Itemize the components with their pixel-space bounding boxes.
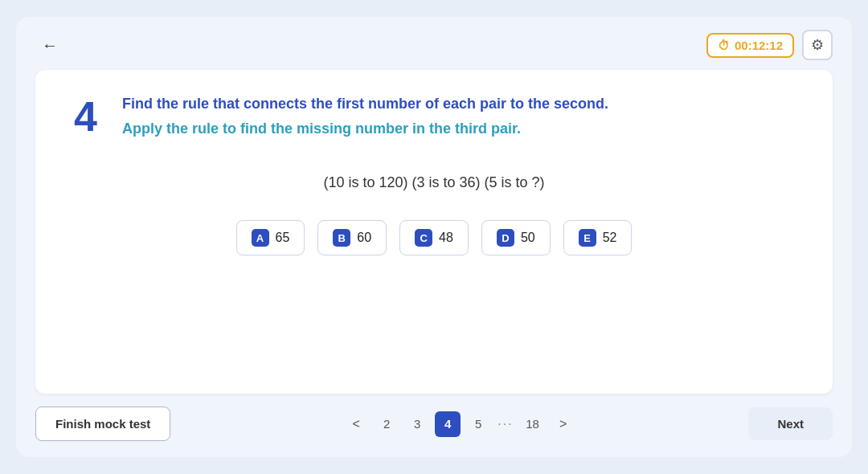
option-label-d: D [497, 229, 514, 247]
question-body: (10 is to 120) (3 is to 36) (5 is to ?) [74, 174, 794, 191]
content-card: 4 Find the rule that connects the first … [35, 70, 833, 394]
option-e[interactable]: E 52 [563, 220, 633, 255]
answer-options: A 65 B 60 C 48 D 50 E 52 [74, 220, 794, 255]
option-label-a: A [252, 229, 269, 247]
question-formula: (10 is to 120) (3 is to 36) (5 is to ?) [74, 174, 794, 191]
option-value-d: 50 [521, 231, 535, 245]
top-right-controls: ⏱ 00:12:12 ⚙ [706, 30, 833, 60]
next-page-button[interactable]: > [551, 411, 576, 437]
question-line2: Apply the rule to find the missing numbe… [122, 121, 608, 137]
timer-badge: ⏱ 00:12:12 [706, 33, 794, 58]
pagination: < 2345···18> [343, 411, 575, 437]
option-value-e: 52 [603, 231, 617, 245]
option-b[interactable]: B 60 [317, 220, 387, 255]
settings-button[interactable]: ⚙ [802, 30, 833, 60]
question-header: 4 Find the rule that connects the first … [74, 96, 794, 137]
page-5-button[interactable]: 5 [465, 411, 491, 437]
page-2-button[interactable]: 2 [374, 411, 399, 437]
option-label-b: B [333, 229, 350, 247]
option-value-b: 60 [357, 231, 371, 245]
option-a[interactable]: A 65 [236, 220, 305, 255]
bottom-nav: Finish mock test < 2345···18> Next [16, 407, 852, 457]
page-3-button[interactable]: 3 [404, 411, 430, 437]
question-line1: Find the rule that connects the first nu… [122, 96, 608, 112]
back-button[interactable]: ← [35, 33, 64, 58]
page-18-button[interactable]: 18 [520, 411, 546, 437]
next-button[interactable]: Next [748, 407, 833, 440]
timer-value: 00:12:12 [735, 39, 783, 52]
option-value-c: 48 [439, 231, 453, 245]
question-text: Find the rule that connects the first nu… [122, 96, 608, 137]
option-d[interactable]: D 50 [481, 220, 551, 255]
option-label-c: C [415, 229, 432, 247]
option-value-a: 65 [276, 231, 290, 245]
settings-icon: ⚙ [811, 36, 824, 54]
pagination-dots: ··· [496, 417, 514, 431]
timer-icon: ⏱ [718, 39, 730, 52]
app-container: ← ⏱ 00:12:12 ⚙ 4 Find the rule that conn… [16, 17, 852, 457]
top-bar: ← ⏱ 00:12:12 ⚙ [16, 17, 852, 67]
page-4-button[interactable]: 4 [435, 411, 461, 437]
question-number: 4 [74, 96, 106, 137]
finish-button[interactable]: Finish mock test [35, 407, 170, 441]
prev-page-button[interactable]: < [343, 411, 369, 437]
option-c[interactable]: C 48 [399, 220, 469, 255]
option-label-e: E [579, 229, 596, 247]
